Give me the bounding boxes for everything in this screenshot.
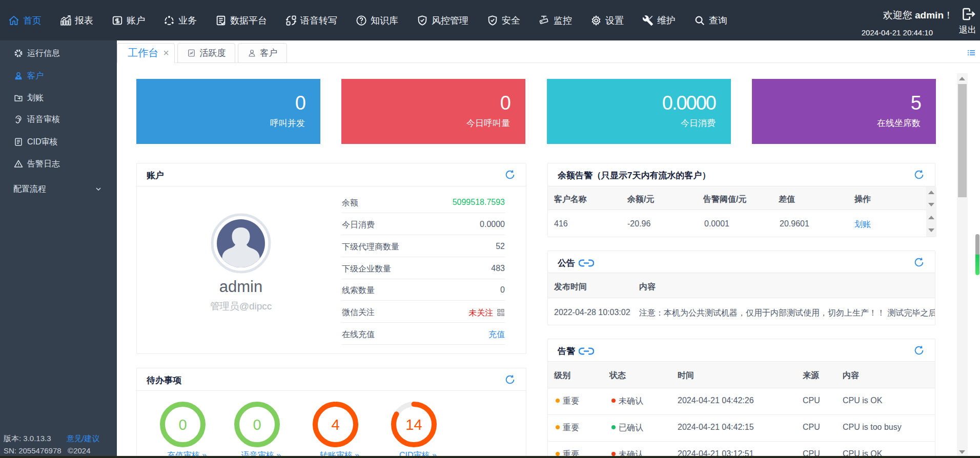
svg-text:0: 0 [253, 417, 261, 433]
svg-text:14: 14 [405, 417, 422, 433]
svg-text:4: 4 [331, 417, 339, 433]
svg-text:0: 0 [178, 417, 187, 433]
